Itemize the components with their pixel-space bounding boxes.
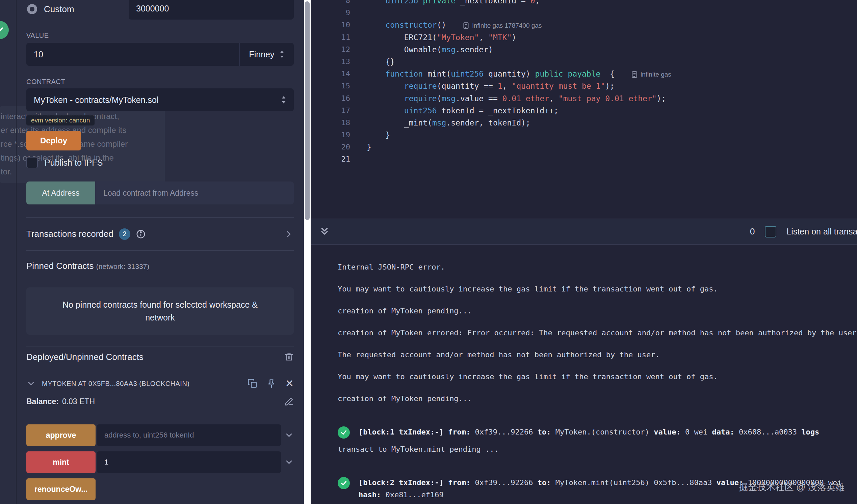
renounceow-button[interactable]: renounceOw... [26, 479, 96, 500]
code-line: 12 Ownable(msg.sender) [311, 44, 857, 56]
select-arrows-icon [279, 50, 285, 58]
watermark: 掘金技术社区 @ 没落英雄 [739, 481, 844, 493]
gas-estimate-badge: infinite gas 1787400 gas [463, 20, 542, 32]
info-icon[interactable] [136, 229, 146, 239]
code-line: 8 uint256 private _nextTokenId = 0; [311, 0, 857, 7]
terminal-rows: Internal JSON-RPC error.You may want to … [338, 262, 857, 501]
pinned-network-label: (network: 31337) [96, 262, 150, 270]
evm-version-badge: evm version: cancun [26, 115, 95, 125]
mint-args-input[interactable] [97, 451, 281, 473]
gas-estimate-badge: infinite gas [632, 69, 671, 81]
line-number: 13 [311, 56, 350, 68]
copy-icon[interactable] [248, 379, 258, 389]
terminal-log-line: creation of MyToken pending... [338, 306, 857, 316]
code-text: function mint(uint256 quantity) public p… [367, 68, 671, 80]
code-line: 13 {} [311, 56, 857, 68]
terminal-log-line: The requested account and/or method has … [338, 350, 857, 360]
pin-icon[interactable] [266, 379, 276, 389]
deployed-contracts-header: Deployed/Unpinned Contracts [26, 351, 294, 363]
pinned-empty-message: No pinned contracts found for selected w… [26, 288, 294, 335]
contract-select-value: MyToken - contracts/MyToken.sol [34, 95, 281, 105]
code-text: _mint(msg.sender, tokenId); [367, 117, 531, 129]
code-line: 19 } [311, 129, 857, 141]
code-editor[interactable]: 8 uint256 private _nextTokenId = 0;910 c… [311, 0, 857, 219]
contract-select[interactable]: MyToken - contracts/MyToken.sol [26, 88, 294, 111]
success-check-icon [338, 427, 350, 438]
double-chevron-down-icon[interactable] [319, 226, 330, 237]
deploy-run-content: Custom VALUE Finney CONTRACT MyToken - c… [16, 0, 304, 500]
publish-ipfs-row: Publish to IPFS [26, 157, 294, 169]
select-arrows-icon [281, 96, 286, 104]
line-number: 18 [311, 117, 350, 129]
trash-icon[interactable] [284, 352, 294, 362]
code-line: 14 function mint(uint256 quantity) publi… [311, 68, 857, 80]
code-line: 16 require(msg.value == 0.01 ether, "mus… [311, 92, 857, 105]
chevron-down-icon[interactable] [26, 379, 36, 388]
pinned-contracts-header: Pinned Contracts (network: 31337) [26, 261, 294, 271]
value-label: VALUE [26, 32, 294, 39]
transactions-recorded-title: Transactions recorded [26, 229, 114, 239]
terminal-log-line: creation of MyToken errored: Error occur… [338, 328, 857, 338]
contract-card-header: MYTOKEN AT 0X5FB...80AA3 (BLOCKCHAIN) ✕ [26, 377, 294, 390]
line-number: 9 [311, 7, 350, 19]
line-number: 11 [311, 31, 350, 44]
approve-button[interactable]: approve [26, 424, 96, 446]
evm-version-row: evm version: cancun [26, 115, 294, 126]
remix-ide-window: interact with a deployed contract,er ent… [0, 0, 857, 504]
line-number: 12 [311, 44, 350, 56]
panel-scrollbar [304, 0, 310, 504]
line-number: 10 [311, 19, 350, 31]
code-text: } [367, 129, 390, 141]
mint-button[interactable]: mint [26, 451, 96, 473]
listen-checkbox[interactable] [765, 226, 776, 238]
gas-limit-input[interactable] [129, 0, 294, 20]
approve-args-input[interactable] [97, 424, 281, 446]
contract-label: CONTRACT [26, 78, 294, 86]
expand-function-chevron-icon[interactable] [284, 431, 294, 440]
code-text: require(msg.value == 0.01 ether, "must p… [367, 92, 666, 105]
deploy-button[interactable]: Deploy [26, 131, 81, 151]
code-text: {} [367, 56, 395, 68]
expand-function-chevron-icon[interactable] [284, 457, 294, 467]
value-input[interactable] [26, 43, 239, 66]
compile-success-icon [0, 21, 9, 39]
line-number: 21 [311, 153, 350, 165]
main-panel: 8 uint256 private _nextTokenId = 0;910 c… [310, 0, 857, 504]
code-line: 17 uint256 tokenId = _nextTokenId++; [311, 105, 857, 117]
line-number: 14 [311, 68, 350, 80]
transactions-count-badge: 2 [119, 228, 130, 240]
balance-value: 0.03 ETH [62, 397, 95, 406]
success-check-icon [338, 477, 350, 489]
chevron-right-icon[interactable] [284, 229, 294, 239]
transaction-log-entry[interactable]: [block:1 txIndex:-] from: 0xf39...92266 … [338, 426, 857, 438]
terminal-log-line: transact to MyToken.mint pending ... [338, 444, 857, 454]
code-text: constructor()infinite gas 1787400 gas [367, 19, 542, 31]
at-address-input[interactable] [95, 181, 294, 205]
function-row: renounceOw... [26, 479, 294, 500]
gas-limit-row: Custom [26, 0, 294, 20]
code-line: 15 require(quantity == 1, "quantity must… [311, 80, 857, 92]
gas-estimate-icon [632, 71, 638, 78]
code-line: 9 [311, 7, 857, 19]
code-line: 21 [311, 153, 857, 165]
code-text: Ownable(msg.sender) [367, 44, 493, 56]
terminal-output: Internal JSON-RPC error.You may want to … [311, 245, 857, 504]
at-address-button[interactable]: At Address [26, 181, 95, 205]
value-unit-select[interactable]: Finney [239, 43, 294, 66]
contract-card-actions: ✕ [248, 379, 294, 389]
edit-icon[interactable] [284, 397, 294, 406]
line-number: 15 [311, 80, 350, 92]
terminal-log-line: Internal JSON-RPC error. [338, 262, 857, 272]
pinned-contracts-title: Pinned Contracts [26, 261, 94, 271]
at-address-row: At Address [26, 181, 294, 205]
publish-ipfs-checkbox[interactable] [26, 157, 38, 168]
code-text: } [367, 141, 371, 153]
close-icon[interactable]: ✕ [285, 379, 294, 389]
transactions-recorded-row[interactable]: Transactions recorded 2 [26, 218, 294, 251]
custom-gas-radio[interactable] [27, 4, 37, 14]
listen-label: Listen on all transactions [786, 227, 857, 237]
code-text: ERC721("MyToken", "MTK") [367, 31, 516, 44]
contract-functions: approvemintrenounceOw... [26, 424, 294, 500]
scrollbar-thumb[interactable] [305, 1, 309, 220]
code-line: 18 _mint(msg.sender, tokenId); [311, 117, 857, 129]
